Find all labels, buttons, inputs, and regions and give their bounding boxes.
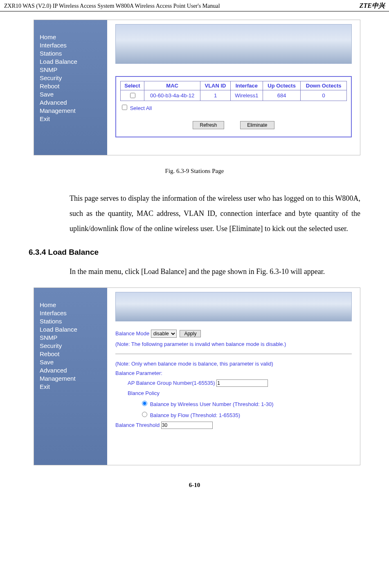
table-header-row: Select MAC VLAN ID Interface Up Octects … [121,81,347,90]
balance-mode-label: Balance Mode [115,330,149,337]
row-checkbox[interactable] [130,93,135,98]
sidebar-item-advanced[interactable]: Advanced [40,367,103,374]
sidebar-item-security[interactable]: Security [40,342,103,349]
sidebar-item-save[interactable]: Save [40,91,103,98]
sidebar-item-snmp[interactable]: SNMP [40,66,103,73]
group-number-label: AP Balance Group Number(1-65535) [128,380,215,386]
sidebar-item-save[interactable]: Save [40,359,103,366]
cell-up: 684 [263,90,300,101]
sidebar-item-home[interactable]: Home [40,301,103,308]
note-2: (Note: Only when balance mode is balance… [115,361,352,367]
cell-down: 0 [301,90,347,101]
stations-box: Select MAC VLAN ID Interface Up Octects … [115,76,352,137]
note-1: (Note: The following parameter is invali… [115,341,352,347]
eliminate-button[interactable]: Eliminate [240,121,274,129]
banner-image [115,24,352,64]
threshold-input[interactable] [161,422,213,429]
select-all-label: Select All [130,105,152,111]
stations-ui-frame: Home Interfaces Stations Load Balance SN… [34,20,360,155]
page-number: 6-10 [29,482,360,489]
paragraph-stations-desc: This page serves to display the informat… [70,191,360,236]
policy-flow-radio[interactable] [142,412,147,417]
col-vlan: VLAN ID [200,81,230,90]
sidebar-item-management[interactable]: Management [40,375,103,382]
policy-flow-label: Balance by Flow (Threshold: 1-65535) [150,412,240,418]
brand-logo: ZTE中兴 [360,2,385,10]
sidebar-item-interfaces[interactable]: Interfaces [40,42,103,49]
load-balance-ui-frame: Home Interfaces Stations Load Balance SN… [34,287,360,465]
divider [115,354,352,354]
sidebar-item-load-balance[interactable]: Load Balance [40,58,103,65]
col-up: Up Octects [263,81,300,90]
table-row: 00-60-b3-4a-4b-12 1 Wireless1 684 0 [121,90,347,101]
sidebar-item-home[interactable]: Home [40,34,103,40]
doc-title: ZXR10 WAS (V2.0) IP Wireless Access Syst… [4,3,220,9]
refresh-button[interactable]: Refresh [193,121,224,129]
apply-button[interactable]: Apply [180,330,201,337]
section-heading-load-balance: 6.3.4 Load Balance [29,248,360,257]
sidebar-item-snmp[interactable]: SNMP [40,334,103,341]
sidebar-item-load-balance[interactable]: Load Balance [40,326,103,333]
balance-mode-select[interactable]: disable [151,330,177,338]
cell-vlan: 1 [200,90,230,101]
balance-parameter-heading: Balance Parameter: [115,370,352,376]
group-number-input[interactable] [216,379,268,387]
col-select: Select [121,81,144,90]
sidebar-item-exit[interactable]: Exit [40,115,103,122]
sidebar-item-stations[interactable]: Stations [40,50,103,57]
threshold-label: Balance Threshold [115,422,160,428]
sidebar-item-management[interactable]: Management [40,107,103,114]
sidebar: Home Interfaces Stations Load Balance SN… [34,20,107,155]
sidebar-item-interfaces[interactable]: Interfaces [40,310,103,316]
sidebar-item-reboot[interactable]: Reboot [40,83,103,90]
sidebar-item-stations[interactable]: Stations [40,318,103,325]
sidebar-item-advanced[interactable]: Advanced [40,99,103,106]
col-interface: Interface [230,81,263,90]
banner-image [115,292,352,321]
paragraph-load-balance-intro: In the main menu, click [Load Balance] a… [70,264,360,279]
policy-user-number-label: Balance by Wireless User Number (Thresho… [150,401,274,407]
sidebar-item-security[interactable]: Security [40,74,103,81]
page-header: ZXR10 WAS (V2.0) IP Wireless Access Syst… [0,0,389,11]
policy-user-number-radio[interactable] [142,401,147,406]
sidebar: Home Interfaces Stations Load Balance SN… [34,288,107,465]
col-down: Down Octects [301,81,347,90]
select-all-checkbox[interactable] [122,105,127,110]
sidebar-item-reboot[interactable]: Reboot [40,350,103,357]
stations-table: Select MAC VLAN ID Interface Up Octects … [120,81,347,101]
load-balance-main-panel: Balance Mode disable Apply (Note: The fo… [107,288,360,465]
figure-caption-1: Fig. 6.3-9 Stations Page [29,168,360,175]
cell-mac: 00-60-b3-4a-4b-12 [144,90,200,101]
select-all-row: Select All [120,103,347,111]
stations-main-panel: Select MAC VLAN ID Interface Up Octects … [107,20,360,155]
balance-policy-heading: Blance Policy [128,390,352,396]
cell-iface: Wireless1 [230,90,263,101]
sidebar-item-exit[interactable]: Exit [40,383,103,390]
col-mac: MAC [144,81,200,90]
